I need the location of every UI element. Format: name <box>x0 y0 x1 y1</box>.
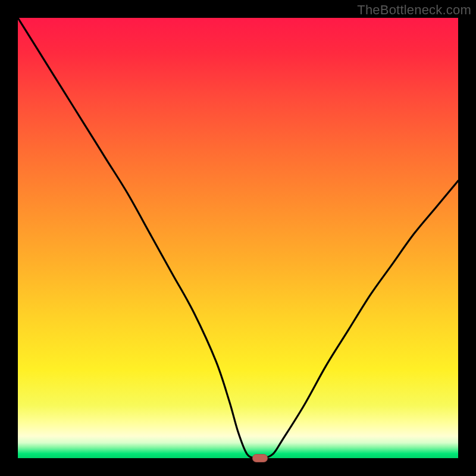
bottleneck-marker <box>252 454 268 462</box>
bottleneck-curve <box>18 18 458 458</box>
curve-path <box>18 18 458 458</box>
plot-area <box>18 18 458 458</box>
chart-frame: TheBottleneck.com <box>0 0 476 476</box>
watermark-text: TheBottleneck.com <box>357 2 471 18</box>
